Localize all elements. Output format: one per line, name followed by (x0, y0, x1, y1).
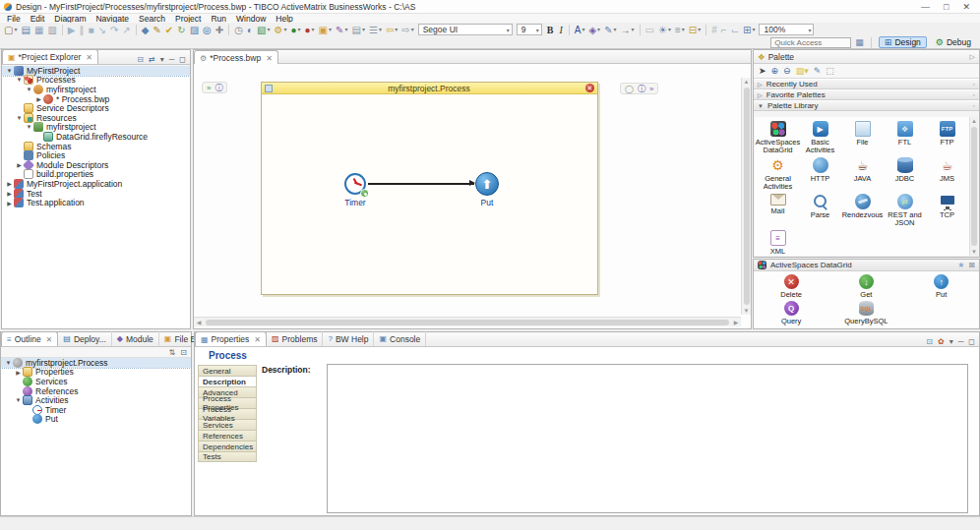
tag-tool-icon[interactable]: ✎ (814, 66, 822, 76)
properties-nav-dependencies[interactable]: Dependencies (198, 441, 257, 451)
menu-navigate[interactable]: Navigate (91, 14, 134, 24)
external-tools-icon[interactable]: ⚙▾ (272, 24, 288, 36)
paint-icon[interactable]: ✎▾ (334, 24, 349, 36)
palette-item-gears[interactable]: ⚙General Activities (757, 157, 799, 191)
tree-closed-arrow-icon[interactable]: ▶ (34, 95, 43, 102)
explorer-item-5[interactable]: ▼Resources (2, 113, 190, 123)
validate-icon[interactable]: ✔ (163, 24, 175, 36)
outline-item-2[interactable]: Services (1, 377, 191, 386)
hscroll-thumb[interactable] (206, 320, 729, 325)
minimize-view-icon[interactable]: ─ (169, 55, 175, 64)
menu-project[interactable]: Project (170, 14, 206, 24)
section-pin-icon[interactable]: ◦ (973, 91, 975, 98)
datagrid-drawer-header[interactable]: ActiveSpaces DataGrid ★ ⊠ (754, 260, 979, 271)
palette-item-mail[interactable]: Mail (757, 194, 799, 227)
outline-item-4[interactable]: ▼Activities (1, 395, 191, 405)
palette-item-http[interactable]: HTTP (799, 157, 841, 191)
marquee-tool-icon[interactable]: ⬚ (826, 66, 834, 76)
palette-scroll-down-icon[interactable]: ▼ (969, 248, 979, 256)
info2-icon[interactable]: ⓘ (638, 84, 645, 94)
properties-nav-general[interactable]: General (198, 365, 257, 376)
print-icon[interactable]: ▥ (45, 24, 58, 36)
save-icon[interactable]: ▤ (19, 24, 31, 36)
transition-arrow[interactable] (368, 183, 474, 185)
outline-item-3[interactable]: References (1, 386, 191, 396)
outline-tab-module[interactable]: ◆Module (112, 331, 159, 346)
font-name-select[interactable]: Segoe UI▾ (418, 24, 513, 35)
open-perspective-icon[interactable]: ▦ (855, 37, 864, 47)
explorer-item-13[interactable]: ▶Test (2, 189, 190, 199)
palette-item-ftl[interactable]: ❖FTL (884, 121, 926, 154)
outline-item-0[interactable]: ▼myfirstproject.Process (1, 358, 191, 368)
checklist-icon[interactable]: ▤▾ (349, 24, 366, 36)
explorer-item-10[interactable]: ▶Module Descriptors (2, 160, 190, 170)
font-size-select[interactable]: 9▾ (517, 24, 542, 35)
open-new-view-icon[interactable]: ⊡ (926, 337, 933, 346)
tree-open-arrow-icon[interactable]: ▼ (14, 397, 23, 403)
outline-item-1[interactable]: ▶Properties (1, 368, 191, 378)
scroll-up-icon[interactable]: ▲ (742, 78, 752, 86)
tree-closed-arrow-icon[interactable]: ▶ (5, 190, 14, 197)
menu-search[interactable]: Search (134, 14, 170, 24)
outline-tab-outline[interactable]: ≡Outline✕ (1, 331, 58, 346)
minimize-button[interactable]: — (921, 2, 930, 12)
tree-open-arrow-icon[interactable]: ▼ (5, 68, 14, 74)
circle-tool-icon[interactable]: ◯ (625, 85, 634, 93)
layout-icon[interactable]: ⊡ (180, 348, 187, 357)
palette-item-file[interactable]: File (841, 121, 884, 154)
palette-item-ftp[interactable]: FTPFTP (926, 121, 968, 154)
hierarchy-icon[interactable]: ☰▾ (367, 24, 384, 36)
explorer-item-14[interactable]: ▶Test.application (2, 198, 190, 207)
editor-tab-close-icon[interactable]: ✕ (266, 54, 273, 63)
properties-tab-problems[interactable]: ▨Problems (267, 331, 323, 346)
canvas-hscrollbar[interactable]: ◀ ▶ (194, 317, 741, 326)
favorite-star-icon[interactable]: ★ (957, 261, 964, 269)
forward-icon[interactable]: ⇨▾ (399, 24, 415, 36)
activity-node-put[interactable]: ⬆ (475, 172, 499, 196)
debug-view-icon[interactable]: ◆ (140, 24, 152, 36)
scroll-right-icon[interactable]: ▶ (731, 319, 741, 326)
suspend-icon[interactable]: ∥ (78, 24, 87, 36)
mapper-icon[interactable]: ✎ (151, 24, 162, 36)
properties-nav-description[interactable]: Description (198, 376, 257, 386)
collapse-all-icon[interactable]: ⊟ (137, 55, 144, 64)
outline-tab-deploy[interactable]: ▤Deploy... (58, 331, 111, 346)
maximize-button[interactable]: □ (944, 2, 949, 12)
order-icon[interactable]: ⊟▾ (687, 24, 703, 36)
description-textarea[interactable] (327, 364, 968, 513)
profile-icon[interactable]: ●▾ (303, 24, 317, 36)
palette-item-basic[interactable]: ▶Basic Activities (799, 121, 841, 154)
properties-nav-tests[interactable]: Tests (198, 451, 257, 462)
italic-button[interactable]: I (556, 25, 565, 35)
palette-item-jms[interactable]: ☕JMS (926, 157, 968, 191)
explorer-item-2[interactable]: ▼myfirstproject (2, 85, 190, 94)
run-icon[interactable]: ●▾ (288, 24, 302, 36)
process-close-icon[interactable]: ✕ (585, 84, 594, 92)
maximize-view-icon[interactable]: ◻ (968, 337, 975, 346)
menu-window[interactable]: Window (231, 14, 271, 24)
palette-scroll-up-icon[interactable]: ▲ (969, 117, 979, 125)
sort-icon[interactable]: ⇅ (169, 348, 176, 357)
terminate-icon[interactable]: ■ (87, 24, 96, 36)
process-scope-box[interactable]: myfirstproject.Process ✕ ⬆ Timer Put (261, 82, 598, 295)
explorer-item-9[interactable]: Policies (2, 150, 190, 160)
datagrid-item-put[interactable]: ↑Put (904, 274, 979, 299)
palette-item-activespaces[interactable]: ActiveSpaces DataGrid (757, 121, 799, 154)
properties-tab-help[interactable]: ?BW Help (323, 331, 374, 346)
zoom-out-icon[interactable]: ⊖ (783, 66, 791, 76)
grid-icon[interactable]: ⊞▾ (741, 24, 757, 36)
palette-section-palette-library[interactable]: ▼Palette Library◦ (754, 100, 979, 111)
palette-section-recently-used[interactable]: ▷Recently Used◦ (754, 79, 979, 89)
note-tool-icon[interactable]: ▧▾ (796, 66, 809, 76)
explorer-item-1[interactable]: ▼Processes (2, 76, 190, 86)
palette-item-parse[interactable]: Parse (799, 194, 841, 227)
tree-open-arrow-icon[interactable]: ▼ (15, 115, 24, 121)
scroll-down-icon[interactable]: ▼ (742, 307, 752, 315)
tree-closed-arrow-icon[interactable]: ▶ (5, 180, 14, 187)
close-button[interactable]: ✕ (962, 2, 970, 12)
datagrid-item-query[interactable]: QQuery (754, 301, 828, 325)
properties-nav-process-variables[interactable]: Process Variables (198, 408, 257, 419)
palette-item-xml[interactable]: ≡XML Activities (757, 230, 799, 256)
palette-section-favorite-palettes[interactable]: ▷Favorite Palettes◦ (754, 89, 979, 100)
tree-closed-arrow-icon[interactable]: ▶ (5, 200, 14, 206)
